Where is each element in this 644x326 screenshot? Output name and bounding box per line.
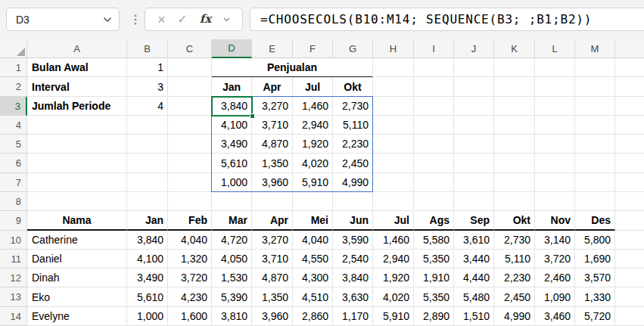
cell-E7[interactable]: 3,960 <box>252 173 293 192</box>
cell-L10[interactable]: 3,140 <box>535 231 575 250</box>
cell-K13[interactable]: 2,450 <box>494 287 535 307</box>
cell-I11[interactable]: 5,350 <box>414 250 454 269</box>
column-header-H[interactable]: H <box>373 39 414 58</box>
cell-D4[interactable]: 4,100 <box>212 116 252 135</box>
cell-E8[interactable] <box>252 192 293 211</box>
cell-J9[interactable]: Sep <box>454 211 494 231</box>
cell-H11[interactable]: 2,940 <box>373 250 414 269</box>
row-header-9[interactable]: 9 <box>0 211 27 231</box>
cell-E6[interactable]: 1,350 <box>252 154 293 173</box>
cell-A4[interactable] <box>27 116 127 135</box>
cell-J3[interactable] <box>454 97 494 116</box>
cell-M7[interactable] <box>575 173 615 192</box>
more-options-icon[interactable]: ⋮ <box>129 8 142 31</box>
cell-I13[interactable]: 5,350 <box>414 287 454 307</box>
cell-L4[interactable] <box>535 116 575 135</box>
cell-L9[interactable]: Nov <box>535 211 575 231</box>
cell-K4[interactable] <box>494 116 535 135</box>
cell-C1[interactable] <box>168 58 212 77</box>
cell-C8[interactable] <box>168 192 212 211</box>
row-header-2[interactable]: 2 <box>0 77 27 97</box>
cell-D9[interactable]: Mar <box>212 211 252 231</box>
cell-K8[interactable] <box>494 192 535 211</box>
cell-blank-9[interactable] <box>615 211 644 231</box>
cell-D8[interactable] <box>212 192 252 211</box>
cell-blank-1[interactable] <box>615 58 644 77</box>
chevron-down-icon[interactable] <box>223 17 230 22</box>
cell-H13[interactable]: 4,020 <box>373 287 414 307</box>
cell-M10[interactable]: 5,800 <box>575 231 615 250</box>
cell-G13[interactable]: 3,630 <box>333 287 373 307</box>
cell-A10[interactable]: Catherine <box>27 231 127 250</box>
cell-E5[interactable]: 4,870 <box>252 135 293 154</box>
cell-G2[interactable]: Okt <box>333 77 373 97</box>
cell-C11[interactable]: 1,320 <box>168 250 212 269</box>
row-header-3[interactable]: 3 <box>0 97 27 116</box>
cell-G3[interactable]: 2,730 <box>333 97 373 116</box>
cell-M4[interactable] <box>575 116 615 135</box>
cell-F3[interactable]: 1,460 <box>293 97 333 116</box>
cell-blank-3[interactable] <box>615 97 644 116</box>
cell-G5[interactable]: 2,230 <box>333 135 373 154</box>
column-header-B[interactable]: B <box>127 39 168 58</box>
cell-G7[interactable]: 4,990 <box>333 173 373 192</box>
column-header-F[interactable]: F <box>293 39 333 58</box>
cell-M8[interactable] <box>575 192 615 211</box>
cell-B6[interactable] <box>127 154 168 173</box>
row-header-14[interactable]: 14 <box>0 307 27 326</box>
cell-L3[interactable] <box>535 97 575 116</box>
cell-G6[interactable]: 2,450 <box>333 154 373 173</box>
cell-E12[interactable]: 4,870 <box>252 269 293 287</box>
cell-F8[interactable] <box>293 192 333 211</box>
cell-J7[interactable] <box>454 173 494 192</box>
cell-L1[interactable] <box>535 58 575 77</box>
cell-F11[interactable]: 4,550 <box>293 250 333 269</box>
cell-F5[interactable]: 1,920 <box>293 135 333 154</box>
cancel-icon[interactable]: × <box>157 13 166 26</box>
cell-J6[interactable] <box>454 154 494 173</box>
cell-J4[interactable] <box>454 116 494 135</box>
cell-K12[interactable]: 2,230 <box>494 269 535 287</box>
column-header-J[interactable]: J <box>454 39 494 58</box>
row-header-1[interactable]: 1 <box>0 58 27 77</box>
cell-K9[interactable]: Okt <box>494 211 535 231</box>
cell-M5[interactable] <box>575 135 615 154</box>
cell-blank-2[interactable] <box>615 77 644 97</box>
cell-E13[interactable]: 1,350 <box>252 287 293 307</box>
cell-M2[interactable] <box>575 77 615 97</box>
cell-H5[interactable] <box>373 135 414 154</box>
cell-M6[interactable] <box>575 154 615 173</box>
cell-H6[interactable] <box>373 154 414 173</box>
cell-blank-13[interactable] <box>615 287 644 307</box>
cell-A2[interactable]: Interval <box>27 77 127 97</box>
cell-B13[interactable]: 5,610 <box>127 287 168 307</box>
cell-B12[interactable]: 3,490 <box>127 269 168 287</box>
cell-I4[interactable] <box>414 116 454 135</box>
cell-E10[interactable]: 3,270 <box>252 231 293 250</box>
name-box[interactable]: D3 <box>6 8 120 31</box>
cell-J11[interactable]: 3,440 <box>454 250 494 269</box>
cell-K1[interactable] <box>494 58 535 77</box>
cell-H9[interactable]: Jul <box>373 211 414 231</box>
cell-K5[interactable] <box>494 135 535 154</box>
column-header-C[interactable]: C <box>168 39 212 58</box>
row-header-6[interactable]: 6 <box>0 154 27 173</box>
cell-E9[interactable]: Apr <box>252 211 293 231</box>
cell-B3[interactable]: 4 <box>127 97 168 116</box>
cell-B2[interactable]: 3 <box>127 77 168 97</box>
cell-M12[interactable]: 3,570 <box>575 269 615 287</box>
cell-H1[interactable] <box>373 58 414 77</box>
cell-A12[interactable]: Dinah <box>27 269 127 287</box>
column-header-E[interactable]: E <box>252 39 293 58</box>
cell-L6[interactable] <box>535 154 575 173</box>
cell-D7[interactable]: 1,000 <box>212 173 252 192</box>
row-header-10[interactable]: 10 <box>0 231 27 250</box>
cell-B11[interactable]: 4,100 <box>127 250 168 269</box>
cell-K11[interactable]: 5,110 <box>494 250 535 269</box>
cell-L7[interactable] <box>535 173 575 192</box>
cell-J13[interactable]: 5,480 <box>454 287 494 307</box>
cell-A1[interactable]: Bulan Awal <box>27 58 127 77</box>
cell-I6[interactable] <box>414 154 454 173</box>
row-header-13[interactable]: 13 <box>0 287 27 307</box>
cell-I5[interactable] <box>414 135 454 154</box>
